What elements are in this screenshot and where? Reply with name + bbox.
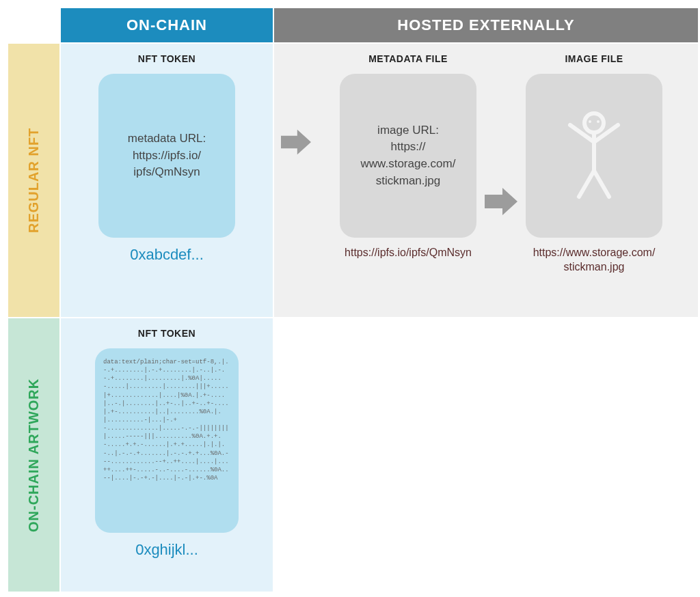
- image-file-title: IMAGE FILE: [565, 53, 623, 64]
- column-header-hosted-label: HOSTED EXTERNALLY: [397, 16, 574, 34]
- arrow-icon: [485, 188, 517, 215]
- cell-artwork-onchain: NFT TOKEN data:text/plain;char-set=utf-8…: [61, 318, 273, 592]
- image-caption-line2: stickman.jpg: [564, 261, 625, 273]
- metadata-url-line2: ipfs/QmNsyn: [133, 164, 200, 181]
- cell-regular-onchain: NFT TOKEN metadata URL: https://ipfs.io/…: [61, 44, 273, 317]
- metadata-url-line1: https://ipfs.io/: [133, 148, 201, 165]
- image-url-line3: stickman.jpg: [376, 173, 440, 190]
- nft-token-card: metadata URL: https://ipfs.io/ ipfs/QmNs…: [98, 74, 235, 238]
- svg-point-0: [584, 113, 604, 133]
- arrow-icon: [281, 128, 311, 156]
- svg-line-7: [594, 171, 609, 197]
- row-header-regular: REGULAR NFT: [8, 44, 59, 317]
- metadata-file-caption: https://ipfs.io/ipfs/QmNsyn: [345, 246, 472, 260]
- artwork-nft-token-title: NFT TOKEN: [138, 328, 196, 339]
- metadata-file-card: image URL: https:// www.storage.com/ sti…: [340, 74, 476, 238]
- svg-point-1: [589, 120, 591, 123]
- metadata-file-title: METADATA FILE: [368, 53, 448, 64]
- svg-point-2: [597, 120, 600, 123]
- nft-token-title: NFT TOKEN: [138, 53, 196, 64]
- image-url-line2: www.storage.com/: [361, 156, 456, 173]
- image-caption-line1: https://www.storage.com/: [533, 247, 656, 258]
- nft-token-hash: 0xabcdef...: [130, 246, 204, 264]
- corner-cell: [8, 8, 59, 42]
- image-url-label: image URL:: [377, 122, 439, 139]
- image-file-column: IMAGE FILE: [526, 53, 662, 275]
- row-header-artwork: ON-CHAIN ARTWORK: [8, 318, 59, 592]
- artwork-nft-token-card: data:text/plain;char-set=utf-8,.|.-.+...…: [95, 348, 239, 533]
- row-header-regular-label: REGULAR NFT: [26, 128, 42, 233]
- row-header-artwork-label: ON-CHAIN ARTWORK: [26, 378, 42, 531]
- ascii-data-uri: data:text/plain;char-set=utf-8,.|.-.+...…: [103, 358, 230, 482]
- image-file-card: [526, 74, 662, 238]
- image-url-line1: https://: [390, 139, 425, 156]
- stickman-icon: [560, 108, 628, 204]
- cell-artwork-hosted-empty: [274, 318, 698, 592]
- image-file-caption: https://www.storage.com/ stickman.jpg: [533, 246, 656, 275]
- cell-regular-hosted: METADATA FILE image URL: https:// www.st…: [274, 44, 698, 317]
- svg-line-6: [579, 171, 594, 197]
- column-header-onchain: ON-CHAIN: [61, 8, 273, 42]
- column-header-onchain-label: ON-CHAIN: [126, 16, 207, 34]
- metadata-file-column: METADATA FILE image URL: https:// www.st…: [340, 53, 476, 260]
- artwork-nft-token-hash: 0xghijkl...: [135, 541, 198, 559]
- nft-diagram: ON-CHAIN HOSTED EXTERNALLY REGULAR NFT N…: [8, 8, 692, 592]
- column-header-hosted: HOSTED EXTERNALLY: [274, 8, 698, 42]
- metadata-url-label: metadata URL:: [128, 130, 206, 148]
